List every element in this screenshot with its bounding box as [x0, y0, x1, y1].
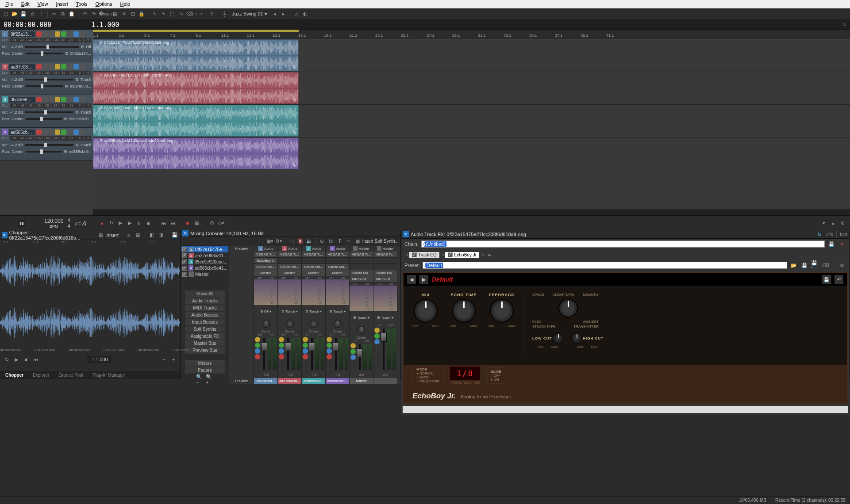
- groove-prev-icon[interactable]: ◂: [271, 10, 279, 18]
- fx-icon[interactable]: [350, 355, 356, 360]
- saveas-preset-icon[interactable]: 💾*: [811, 261, 819, 269]
- save-chain-icon[interactable]: 💾: [827, 240, 835, 248]
- pan-value[interactable]: Center: [12, 51, 24, 56]
- zoom-out-height-icon[interactable]: ▴: [829, 219, 837, 227]
- automation-icon[interactable]: [80, 31, 85, 37]
- mixer-downmix-icon[interactable]: →|: [288, 237, 296, 245]
- tab-plugin-manager[interactable]: Plug-In Manager: [88, 372, 130, 378]
- auto-mode[interactable]: Off: [264, 309, 269, 313]
- fader[interactable]: [335, 338, 337, 370]
- fx-icon[interactable]: [327, 348, 332, 354]
- loop-icon[interactable]: [49, 31, 54, 37]
- strip-header[interactable]: 2Audio: [278, 245, 301, 252]
- chopper-insert-icon[interactable]: ▦: [97, 231, 104, 239]
- fader-thumb[interactable]: [309, 342, 315, 351]
- render-icon[interactable]: ⎙: [28, 10, 36, 18]
- zoom-marker-icon[interactable]: ⊕: [838, 219, 846, 227]
- solo-icon[interactable]: [350, 349, 356, 354]
- dropdown-icon[interactable]: ▾: [392, 316, 393, 320]
- dot-label[interactable]: DOT: [466, 381, 473, 384]
- loop-icon[interactable]: [49, 130, 54, 135]
- paste-icon[interactable]: 📋: [68, 10, 76, 18]
- ripple-icon[interactable]: ▦: [111, 10, 119, 18]
- fx-chain-icon[interactable]: fx: [815, 230, 823, 238]
- solo-icon[interactable]: [61, 31, 66, 37]
- phase-icon[interactable]: [67, 130, 73, 135]
- strip-io[interactable]: Master: [254, 270, 277, 276]
- strip-db[interactable]: -4.2: [326, 372, 349, 378]
- track-lane[interactable]: ⟳ aa37e083a3f19117c14db7ebcdf4-orig fx: [93, 72, 850, 105]
- mixer-track-item[interactable]: Master: [181, 271, 228, 277]
- publish-icon[interactable]: ⇪: [37, 10, 45, 18]
- auto-mode[interactable]: Touch: [381, 316, 390, 320]
- mixer-view-icon[interactable]: ▦▾: [266, 237, 274, 245]
- dropdown-icon[interactable]: ▾: [344, 309, 346, 313]
- arm-record-icon[interactable]: [36, 130, 42, 135]
- mute-icon[interactable]: [55, 64, 60, 69]
- vol-value[interactable]: -4.2 dB: [10, 77, 23, 82]
- chop-link-icon[interactable]: ⎋: [125, 231, 132, 239]
- gear-icon[interactable]: ⚙: [75, 110, 79, 115]
- checkbox-icon[interactable]: [182, 253, 187, 258]
- feedback-knob[interactable]: [490, 299, 514, 323]
- preset-input[interactable]: [423, 262, 787, 269]
- gear-icon[interactable]: ⚙: [81, 45, 84, 49]
- fx-icon[interactable]: [73, 97, 79, 102]
- snap-icon[interactable]: �магн: [102, 10, 110, 18]
- tool-b-icon[interactable]: ◇▾: [217, 219, 225, 227]
- mute-icon[interactable]: [303, 337, 308, 342]
- send-icon[interactable]: ⚙: [64, 149, 67, 154]
- mixer-props-icon[interactable]: ≡: [345, 237, 353, 245]
- delete-preset-icon[interactable]: ⌫: [822, 261, 830, 269]
- vol-value[interactable]: -4.2 dB: [10, 45, 23, 49]
- tab-explorer[interactable]: Explorer: [28, 372, 54, 378]
- plugin-save-icon[interactable]: 💾: [822, 275, 831, 284]
- strip-insert[interactable]: VEGAS Tr...: [254, 252, 277, 258]
- send-icon[interactable]: ⚙: [64, 117, 67, 121]
- menu-edit[interactable]: Edit: [18, 1, 33, 8]
- automation-mode[interactable]: Touch: [81, 77, 91, 82]
- solo-icon[interactable]: [61, 64, 66, 69]
- erase-tool-icon[interactable]: ⌫: [186, 10, 194, 18]
- draw-tool-icon[interactable]: ✎: [159, 10, 167, 18]
- mixer-track-item[interactable]: 4 ed585cbc9e41...: [181, 265, 228, 271]
- arm-icon[interactable]: [303, 354, 308, 359]
- strip-header[interactable]: 3Audio: [302, 245, 325, 252]
- timeline-area[interactable]: 1.13.15.17.19.111.113.115.117.119.121.12…: [93, 30, 850, 215]
- browse-preset-icon[interactable]: 📂: [790, 261, 798, 269]
- vol-value[interactable]: -4.2 dB: [10, 110, 23, 115]
- dim-icon[interactable]: ◐: [301, 10, 309, 18]
- quantize-icon[interactable]: ⊞: [129, 10, 137, 18]
- mixer-zoomout-icon[interactable]: 🔍−: [196, 375, 204, 383]
- menu-view[interactable]: View: [34, 1, 52, 8]
- dropdown-icon[interactable]: ▾: [368, 316, 369, 320]
- envelope-tool-icon[interactable]: ∿: [177, 10, 185, 18]
- chop-position[interactable]: 1.1.000: [87, 356, 112, 363]
- pan-knob[interactable]: [286, 320, 294, 328]
- close-icon[interactable]: ✕: [2, 232, 8, 238]
- input-monitor-icon[interactable]: [42, 64, 48, 69]
- mode-normal[interactable]: ● NORMAL: [416, 371, 440, 375]
- mixer-filter-button[interactable]: Input Busses: [185, 319, 225, 325]
- record-button[interactable]: ●: [98, 219, 106, 227]
- send-name[interactable]: 0ff22a154...: [70, 51, 91, 56]
- fx-bypass-icon[interactable]: ✓fx: [825, 230, 833, 238]
- strip-insert-empty[interactable]: [326, 258, 349, 264]
- send-name[interactable]: aa37e083...: [70, 84, 91, 88]
- checkbox-icon[interactable]: [182, 247, 187, 252]
- loop-button[interactable]: ↻: [107, 219, 115, 227]
- key-icon[interactable]: ♪= A: [74, 220, 87, 227]
- arm-record-icon[interactable]: [36, 97, 42, 102]
- strip-send[interactable]: Sound Ma...: [254, 264, 277, 270]
- mixer-filter-button[interactable]: Audio Busses: [185, 312, 225, 318]
- menu-options[interactable]: Options: [92, 1, 116, 8]
- save-icon[interactable]: 💾: [19, 10, 27, 18]
- strip-insert[interactable]: VEGAS Tr...: [350, 252, 373, 258]
- track-lane[interactable]: ⟳ 35cc9e920eae0ddf7e110d7ce0af-orig fx: [93, 105, 850, 137]
- automation-icon[interactable]: [80, 130, 85, 135]
- solo-icon[interactable]: [303, 343, 308, 348]
- position-display[interactable]: 1.1.000: [91, 21, 119, 29]
- zoom-in-height-icon[interactable]: ▾: [820, 219, 828, 227]
- fx-icon[interactable]: [73, 31, 79, 37]
- strip-name[interactable]: Master: [350, 378, 373, 384]
